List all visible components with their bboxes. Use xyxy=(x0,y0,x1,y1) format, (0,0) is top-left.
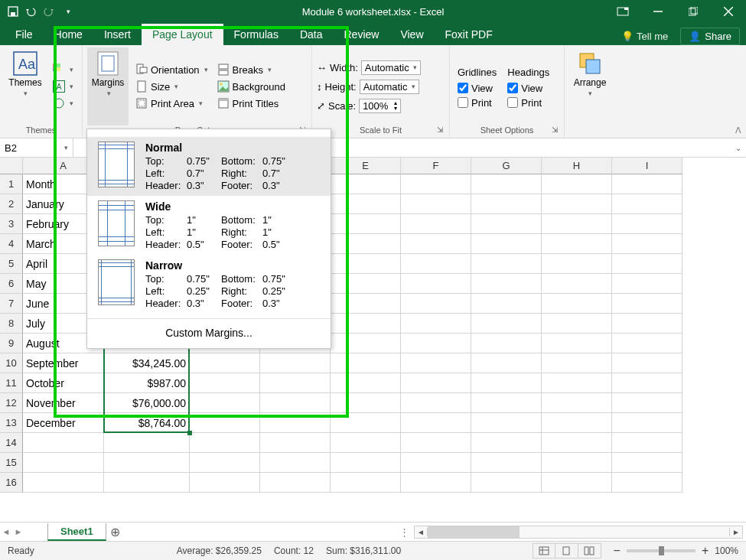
cell[interactable] xyxy=(190,393,260,413)
cell[interactable]: December xyxy=(23,413,104,433)
row-header[interactable]: 2 xyxy=(0,194,23,214)
sheet-tab-sheet1[interactable]: Sheet1 xyxy=(47,523,106,541)
row-header[interactable]: 9 xyxy=(0,334,23,353)
scroll-right-icon[interactable]: ► xyxy=(729,528,742,536)
formula-expand-icon[interactable]: ⌄ xyxy=(731,144,746,152)
gridlines-print-checkbox[interactable]: Print xyxy=(458,97,497,109)
margins-button[interactable]: Margins▾ xyxy=(87,47,129,125)
tell-me[interactable]: 💡Tell me xyxy=(621,31,668,42)
cell[interactable] xyxy=(612,373,682,393)
cell[interactable] xyxy=(331,214,401,234)
cell[interactable]: $8,764.00 xyxy=(104,413,190,433)
view-page-layout-icon[interactable] xyxy=(555,543,578,558)
row-header[interactable]: 10 xyxy=(0,353,23,373)
cell[interactable] xyxy=(104,453,190,473)
cell[interactable] xyxy=(401,453,471,473)
cell[interactable] xyxy=(190,453,260,473)
sheet-options-dialog-icon[interactable]: ⇲ xyxy=(550,125,559,135)
cell[interactable] xyxy=(331,294,401,314)
cell[interactable] xyxy=(401,334,471,353)
cell[interactable] xyxy=(542,294,612,314)
row-header[interactable]: 12 xyxy=(0,393,23,413)
tab-scroll-splitter[interactable]: ⋮ xyxy=(395,526,414,538)
cell[interactable] xyxy=(471,393,542,413)
cell[interactable] xyxy=(190,413,260,433)
cell[interactable] xyxy=(471,373,542,393)
cell[interactable] xyxy=(612,433,682,453)
name-box[interactable]: B2▾ xyxy=(0,138,73,157)
collapse-ribbon-icon[interactable]: ᐱ xyxy=(735,125,741,135)
cell[interactable] xyxy=(471,254,542,274)
cell[interactable] xyxy=(401,413,471,433)
cell[interactable] xyxy=(612,194,682,214)
cell[interactable] xyxy=(612,473,682,493)
cell[interactable] xyxy=(331,234,401,254)
cell[interactable] xyxy=(471,334,542,353)
cell[interactable] xyxy=(23,453,104,473)
minimize-icon[interactable] xyxy=(640,0,676,23)
cell[interactable] xyxy=(331,254,401,274)
cell[interactable] xyxy=(260,433,331,453)
tab-review[interactable]: Review xyxy=(334,24,390,45)
theme-colors-button[interactable]: ▾ xyxy=(50,63,76,77)
orientation-button[interactable]: Orientation▾ xyxy=(133,63,210,77)
row-header[interactable]: 7 xyxy=(0,294,23,314)
cell[interactable] xyxy=(331,453,401,473)
cell[interactable] xyxy=(612,413,682,433)
cell[interactable] xyxy=(401,433,471,453)
theme-effects-button[interactable]: ▾ xyxy=(50,96,76,110)
cell[interactable] xyxy=(190,373,260,393)
scale-spinner[interactable]: 100%▴▾ xyxy=(359,99,401,113)
scale-dialog-icon[interactable]: ⇲ xyxy=(435,125,445,135)
cell[interactable] xyxy=(401,353,471,373)
maximize-icon[interactable] xyxy=(676,0,711,23)
cell[interactable]: November xyxy=(23,393,104,413)
size-button[interactable]: Size▾ xyxy=(133,80,210,93)
row-header[interactable]: 6 xyxy=(0,274,23,294)
cell[interactable] xyxy=(612,353,682,373)
cell[interactable] xyxy=(612,314,682,334)
horizontal-scrollbar[interactable]: ◄ ► xyxy=(414,526,743,539)
cell[interactable] xyxy=(471,194,542,214)
tab-foxit-pdf[interactable]: Foxit PDF xyxy=(435,24,503,45)
cell[interactable] xyxy=(401,194,471,214)
cell[interactable] xyxy=(331,334,401,353)
tab-formulas[interactable]: Formulas xyxy=(223,24,289,45)
cell[interactable] xyxy=(542,214,612,234)
cell[interactable] xyxy=(331,393,401,413)
row-header[interactable]: 15 xyxy=(0,453,23,473)
row-header[interactable]: 8 xyxy=(0,314,23,334)
tab-view[interactable]: View xyxy=(389,24,434,45)
cell[interactable] xyxy=(542,194,612,214)
cell[interactable] xyxy=(612,334,682,353)
cell[interactable] xyxy=(401,393,471,413)
redo-icon[interactable] xyxy=(43,5,57,18)
cell[interactable] xyxy=(331,353,401,373)
cell[interactable] xyxy=(542,393,612,413)
cell[interactable] xyxy=(542,234,612,254)
cell[interactable] xyxy=(331,413,401,433)
zoom-slider[interactable] xyxy=(627,549,696,552)
cell[interactable] xyxy=(190,473,260,493)
height-combo[interactable]: Automatic▾ xyxy=(360,80,419,94)
tab-file[interactable]: File xyxy=(5,24,44,45)
qat-customize-icon[interactable]: ▾ xyxy=(61,5,75,18)
cell[interactable] xyxy=(331,314,401,334)
sheet-nav-next-icon[interactable]: ► xyxy=(12,527,24,536)
undo-icon[interactable] xyxy=(24,5,38,18)
cell[interactable] xyxy=(23,473,104,493)
share-button[interactable]: 👤Share xyxy=(680,28,740,45)
zoom-in-icon[interactable]: + xyxy=(702,544,709,558)
cell[interactable] xyxy=(260,453,331,473)
zoom-out-icon[interactable]: − xyxy=(614,544,621,558)
cell[interactable] xyxy=(471,473,542,493)
cell[interactable] xyxy=(260,393,331,413)
cell[interactable] xyxy=(104,473,190,493)
row-header[interactable]: 13 xyxy=(0,413,23,433)
cell[interactable] xyxy=(612,234,682,254)
column-header[interactable]: G xyxy=(471,158,542,174)
cell[interactable] xyxy=(190,433,260,453)
cell[interactable] xyxy=(471,433,542,453)
cell[interactable] xyxy=(260,373,331,393)
tab-page-layout[interactable]: Page Layout xyxy=(142,24,223,45)
